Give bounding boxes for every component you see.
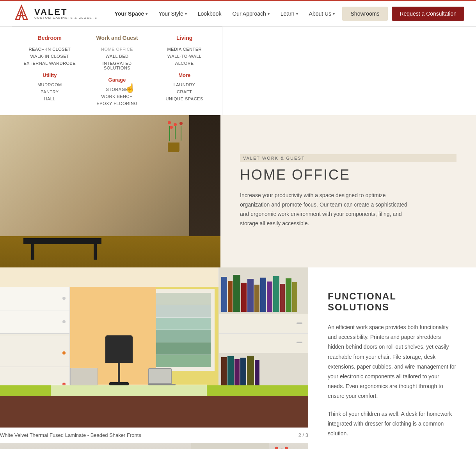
nav-your-style[interactable]: Your Style ▾ bbox=[153, 1, 192, 27]
chevron-down-icon: ▾ bbox=[146, 12, 147, 16]
second-image-peek bbox=[0, 443, 308, 449]
section-paragraph1: An efficient work space provides both fu… bbox=[328, 322, 456, 401]
dropdown-col-living: Living MEDIA CENTER WALL-TO-WALL ALCOVE … bbox=[151, 35, 218, 107]
svg-marker-0 bbox=[16, 6, 27, 20]
office-image bbox=[0, 267, 308, 428]
hero-description: Increase your productivity with a space … bbox=[240, 191, 408, 228]
chevron-down-icon: ▾ bbox=[296, 12, 298, 16]
dropdown-item-media-center[interactable]: MEDIA CENTER bbox=[156, 46, 212, 53]
logo-name: VALET bbox=[34, 8, 97, 16]
dropdown-header-more: More bbox=[156, 72, 212, 78]
dropdown-item-storage[interactable]: STORAGE bbox=[89, 86, 145, 93]
nav-about-us[interactable]: About Us ▾ bbox=[304, 1, 341, 27]
image-caption: White Velvet Thermal Fused Laminate - Be… bbox=[0, 428, 308, 443]
chevron-down-icon: ▾ bbox=[268, 12, 270, 16]
nav-buttons: Showrooms Request a Consultation bbox=[342, 7, 464, 21]
logo[interactable]: VALET CUSTOM CABINETS & CLOSETS bbox=[12, 4, 97, 23]
logo-text: VALET CUSTOM CABINETS & CLOSETS bbox=[34, 8, 97, 20]
dropdown-item-laundry[interactable]: LAUNDRY bbox=[156, 81, 212, 88]
dropdown-item-craft[interactable]: CRAFT bbox=[156, 88, 212, 95]
content-image-area: White Velvet Thermal Fused Laminate - Be… bbox=[0, 267, 308, 449]
logo-tagline: CUSTOM CABINETS & CLOSETS bbox=[34, 16, 97, 20]
logo-icon bbox=[12, 4, 31, 23]
dropdown-item-walk-in-closet[interactable]: WALK-IN CLOSET bbox=[22, 53, 78, 60]
flower-decoration bbox=[164, 121, 187, 152]
dropdown-header-bedroom: Bedroom bbox=[22, 35, 78, 41]
dropdown-header-utility: Utility bbox=[22, 72, 78, 78]
hero-title: HOME OFFICE bbox=[240, 167, 456, 183]
dropdown-wrapper: Bedroom REACH-IN CLOSET WALK-IN CLOSET E… bbox=[0, 27, 476, 115]
dropdown-item-alcove[interactable]: ALCOVE bbox=[156, 60, 212, 67]
image-counter: 2 / 3 bbox=[298, 432, 308, 438]
dropdown-item-integrated-solutions[interactable]: INTEGRATED SOLUTIONS bbox=[89, 60, 145, 71]
chevron-down-icon: ▾ bbox=[185, 12, 187, 16]
dropdown-item-work-bench[interactable]: WORK BENCH bbox=[89, 93, 145, 100]
dropdown-item-reach-in-closet[interactable]: REACH-IN CLOSET bbox=[22, 46, 78, 53]
dropdown-item-pantry[interactable]: PANTRY bbox=[22, 88, 78, 95]
nav-your-space[interactable]: Your Space ▾ bbox=[109, 1, 153, 27]
section-paragraph2: Think of your children as well. A desk f… bbox=[328, 409, 456, 439]
hero-section: VALET WORK & GUEST HOME OFFICE Increase … bbox=[0, 115, 476, 267]
section-title: FUNCTIONAL SOLUTIONS bbox=[328, 291, 456, 313]
dropdown-header-garage: Garage bbox=[89, 77, 145, 83]
nav-our-approach[interactable]: Our Approach ▾ bbox=[227, 1, 275, 27]
showrooms-button[interactable]: Showrooms bbox=[342, 7, 388, 21]
caption-text: White Velvet Thermal Fused Laminate - Be… bbox=[0, 432, 141, 438]
dropdown-item-wall-bed[interactable]: WALL BED bbox=[89, 53, 145, 60]
header: VALET CUSTOM CABINETS & CLOSETS Your Spa… bbox=[0, 1, 476, 27]
hero-text: VALET WORK & GUEST HOME OFFICE Increase … bbox=[220, 115, 476, 267]
dropdown-item-external-wardrobe[interactable]: EXTERNAL WARDROBE bbox=[22, 60, 78, 67]
dropdown-col-work-guest: Work and Guest HOME OFFICE WALL BED INTE… bbox=[83, 35, 151, 107]
hero-label: VALET WORK & GUEST bbox=[240, 154, 456, 162]
dropdown-item-wall-to-wall[interactable]: WALL-TO-WALL bbox=[156, 53, 212, 60]
dropdown-item-hall[interactable]: HALL bbox=[22, 95, 78, 102]
nav-learn[interactable]: Learn ▾ bbox=[275, 1, 304, 27]
content-text: FUNCTIONAL SOLUTIONS An efficient work s… bbox=[308, 267, 476, 449]
dropdown-item-unique-spaces[interactable]: UNIQUE SPACES bbox=[156, 95, 212, 102]
nav-lookbook[interactable]: Lookbook bbox=[192, 1, 227, 27]
chevron-down-icon: ▾ bbox=[333, 12, 335, 16]
consultation-button[interactable]: Request a Consultation bbox=[392, 7, 464, 21]
dropdown-item-home-office[interactable]: HOME OFFICE bbox=[89, 46, 145, 53]
dropdown-menu: Bedroom REACH-IN CLOSET WALK-IN CLOSET E… bbox=[12, 27, 222, 115]
content-section: White Velvet Thermal Fused Laminate - Be… bbox=[0, 267, 476, 449]
main-nav: Your Space ▾ Your Style ▾ Lookbook Our A… bbox=[109, 1, 342, 27]
dropdown-item-epoxy-flooring[interactable]: EPOXY FLOORING bbox=[89, 100, 145, 107]
dropdown-item-mudroom[interactable]: MUDROOM bbox=[22, 81, 78, 88]
hero-image bbox=[0, 115, 220, 267]
dropdown-col-bedroom: Bedroom REACH-IN CLOSET WALK-IN CLOSET E… bbox=[16, 35, 83, 107]
dropdown-header-work-guest: Work and Guest bbox=[89, 35, 145, 41]
dropdown-header-living: Living bbox=[156, 35, 212, 41]
